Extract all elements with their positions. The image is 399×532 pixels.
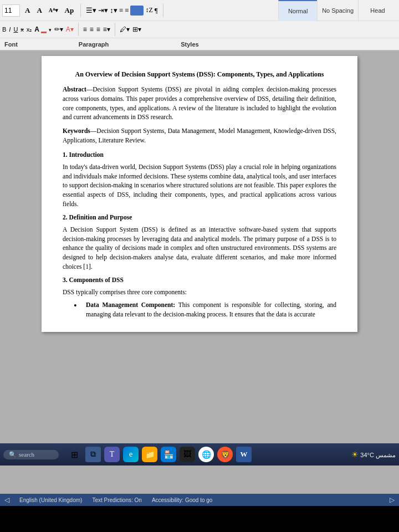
font-section-label: Font <box>4 41 18 48</box>
section3-heading: 3. Components of DSS <box>63 275 336 285</box>
scroll-left-icon[interactable]: ◁ <box>4 496 9 504</box>
highlight-icon[interactable] <box>130 6 144 16</box>
sep2 <box>163 4 163 17</box>
photos-icon: 🖼 <box>183 450 191 459</box>
font-bold-button[interactable]: A <box>23 6 32 16</box>
section2-text: A Decision Support System (DSS) is defin… <box>63 225 336 271</box>
taskbar: 🔍 search ⊞ ⧉ T e 📁 🏪 🖼 🌐 🦁 <box>0 443 399 466</box>
list-icon[interactable]: ☰▾ <box>86 6 96 15</box>
search-placeholder: search <box>19 451 34 458</box>
align2-left-icon[interactable]: ≡ <box>83 25 87 33</box>
font-grow-button[interactable]: A <box>35 6 43 16</box>
borders-icon[interactable]: ⊞▾ <box>132 25 141 33</box>
taskbar-right: ☀ 34°C مشمس <box>351 450 396 459</box>
taskbar-icons-group: ⊞ ⧉ T e 📁 🏪 🖼 🌐 🦁 W <box>66 447 252 462</box>
document-area: An Overview of Decision Support Systems … <box>0 50 399 494</box>
ms-store-button[interactable]: 🏪 <box>161 447 176 462</box>
style-normal-button[interactable]: Normal <box>278 0 317 21</box>
align2-center-icon[interactable]: ≡ <box>90 25 94 33</box>
font-shrink-button[interactable]: Aᴬ▾ <box>47 7 60 14</box>
sun-icon: ☀ <box>351 450 359 459</box>
underline-button[interactable]: U <box>13 26 18 33</box>
document-title: An Overview of Decision Support Systems … <box>63 70 336 79</box>
bullet-item-1: • Data Management Component: This compon… <box>74 300 336 319</box>
ms-teams-button[interactable]: T <box>104 447 120 462</box>
style-normal-label: Normal <box>288 8 308 14</box>
font-color-a-icon: A <box>34 25 39 33</box>
text-predictions-label: Text Predictions: On <box>92 497 141 503</box>
strikethrough-button[interactable]: x <box>21 26 24 33</box>
highlight-color-button[interactable]: ✏▾ <box>54 25 63 33</box>
teams-icon: T <box>110 450 115 459</box>
search-icon: 🔍 <box>9 451 17 458</box>
bullet-dot-1: • <box>74 300 81 319</box>
language-label: English (United Kingdom) <box>19 497 82 503</box>
styles-section: Normal No Spacing Head <box>278 0 397 21</box>
chrome-icon: 🌐 <box>202 450 211 459</box>
black-bottom-area <box>0 506 399 532</box>
start-menu-button[interactable]: ⊞ <box>66 447 82 462</box>
file-explorer-button[interactable]: 📁 <box>142 447 157 462</box>
edge-icon: e <box>129 450 132 459</box>
section3-intro: DSS typically comprises three core compo… <box>63 288 336 297</box>
photos-button[interactable]: 🖼 <box>180 447 195 462</box>
keywords-label: Keywords <box>63 127 90 134</box>
font-clear-button[interactable]: Ap <box>63 6 76 16</box>
abstract-label: Abstract <box>63 86 86 93</box>
sort-icon[interactable]: ↕Z <box>145 6 152 14</box>
abstract-text: —Decision Support Systems (DSS) are pivo… <box>63 86 336 120</box>
brave-button[interactable]: 🦁 <box>217 447 233 462</box>
chrome-button[interactable]: 🌐 <box>198 447 214 462</box>
store-icon: 🏪 <box>164 450 173 459</box>
status-bar: ◁ English (United Kingdom) Text Predicti… <box>0 494 399 506</box>
ribbon-row2: B I U x x₂ A ▾ ✏▾ A▾ ≡ ≡ ≡ ≡▾ 🖊▾ ⊞▾ <box>0 21 399 38</box>
edge-button[interactable]: e <box>123 447 139 462</box>
keywords-text: —Decision Support Systems, Data Manageme… <box>63 127 336 144</box>
font-color-bar <box>41 32 47 33</box>
font-color-button[interactable]: A ▾ <box>34 25 51 33</box>
bullet-text-1: Data Management Component: This componen… <box>86 300 336 319</box>
start-icon: ⊞ <box>71 449 78 460</box>
linespacing-icon[interactable]: ↕▾ <box>110 6 117 15</box>
ribbon-labels-bar: Font Paragraph Styles <box>0 38 399 50</box>
city-label: مشمس <box>376 452 396 458</box>
style-heading1-label: Head <box>370 7 385 14</box>
justify-icon[interactable]: ≡▾ <box>103 25 110 33</box>
keywords-paragraph: Keywords—Decision Support Systems, Data … <box>63 126 336 145</box>
align-center-icon[interactable]: ≡ <box>125 6 129 15</box>
font-color-dropdown[interactable]: ▾ <box>49 27 52 33</box>
paragraph-section-label: Paragraph <box>79 41 109 48</box>
subscript2-button[interactable]: x₂ <box>27 26 32 33</box>
style-no-spacing-button[interactable]: No Spacing <box>317 0 358 21</box>
brave-icon: 🦁 <box>221 450 230 459</box>
shading-icon[interactable]: 🖊▾ <box>120 25 130 33</box>
align2-right-icon[interactable]: ≡ <box>96 25 100 33</box>
indent-icon[interactable]: ⇥▾ <box>98 6 108 15</box>
align-left-icon[interactable]: ≡ <box>119 6 123 15</box>
italic-button[interactable]: I <box>9 26 11 33</box>
subscript-button[interactable]: B <box>2 26 6 33</box>
document-page: An Overview of Decision Support Systems … <box>42 56 357 332</box>
font-color2-button[interactable]: A▾ <box>66 25 74 33</box>
temp-value: 34°C <box>360 452 374 458</box>
styles-section-label: Styles <box>181 41 198 48</box>
taskbar-search[interactable]: 🔍 search <box>3 450 59 459</box>
bullet1-label: Data Management Component: <box>86 301 175 308</box>
paragraph-icons: ☰▾ ⇥▾ ↕▾ ≡ ≡ ↕Z ¶ <box>86 6 157 16</box>
word-button[interactable]: W <box>236 447 252 462</box>
accessibility-label: Accessibility: Good to go <box>152 497 213 503</box>
sep3 <box>78 23 79 36</box>
style-heading1-button[interactable]: Head <box>358 0 397 21</box>
task-view-icon: ⧉ <box>90 450 96 459</box>
task-view-button[interactable]: ⧉ <box>85 447 101 462</box>
pilcrow-icon[interactable]: ¶ <box>155 6 158 15</box>
word-icon: W <box>241 450 248 459</box>
temperature-label: ☀ 34°C مشمس <box>351 450 396 459</box>
ribbon-row1: A A Aᴬ▾ Ap ☰▾ ⇥▾ ↕▾ ≡ ≡ ↕Z ¶ Normal No S… <box>0 0 399 21</box>
sep4 <box>115 23 115 36</box>
scroll-right-icon[interactable]: ▷ <box>390 496 395 504</box>
section1-heading: 1. Introduction <box>63 150 336 160</box>
sep1 <box>80 4 81 17</box>
font-size-input[interactable] <box>2 4 20 17</box>
section1-text: In today's data-driven world, Decision S… <box>63 162 336 208</box>
